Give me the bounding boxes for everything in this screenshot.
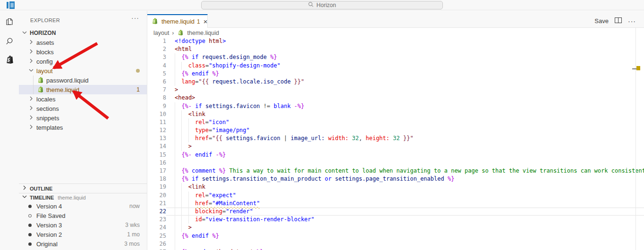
- code-line-7[interactable]: 7>: [147, 86, 644, 94]
- tree-item-templates[interactable]: templates: [19, 123, 147, 132]
- code-line-13[interactable]: 13href="{{ settings.favicon | image_url:…: [147, 134, 644, 142]
- code-line-14[interactable]: 14>: [147, 142, 644, 150]
- line-number: 4: [147, 62, 166, 70]
- code-token: {%: [181, 70, 188, 77]
- breadcrumb-folder[interactable]: layout: [153, 30, 169, 36]
- tab-theme-liquid[interactable]: theme.liquid 1 ×: [147, 14, 208, 28]
- code-line-content[interactable]: blocking="render": [166, 208, 644, 216]
- code-line-content[interactable]: {% comment %} This a way to wait for mai…: [166, 167, 644, 175]
- save-button[interactable]: Save: [594, 17, 609, 25]
- editor-more-actions[interactable]: ···: [628, 17, 636, 25]
- tree-item-blocks[interactable]: blocks: [19, 47, 147, 57]
- code-line-content[interactable]: {%- if settings.favicon != blank -%}: [166, 102, 644, 110]
- code-line-1[interactable]: 1<!doctype html>: [147, 37, 644, 45]
- search-sidebar-icon[interactable]: [5, 37, 14, 46]
- explorer-more-actions[interactable]: ···: [131, 14, 139, 22]
- code-line-24[interactable]: 24>: [147, 224, 644, 232]
- code-line-content[interactable]: {%- endif -%}: [166, 151, 644, 159]
- timeline-item-original[interactable]: Original3 mos: [19, 239, 147, 249]
- code-token: if: [188, 54, 202, 60]
- explorer-files-icon[interactable]: [5, 17, 14, 26]
- code-line-content[interactable]: >: [166, 142, 644, 150]
- code-line-10[interactable]: 10<link: [147, 110, 644, 118]
- split-editor-icon[interactable]: [615, 17, 622, 25]
- code-line-content[interactable]: type="image/png": [166, 126, 644, 134]
- code-line-content[interactable]: class="shopify-design-mode": [166, 62, 644, 70]
- code-line-27[interactable]: 27{% render 'head-tags' %}: [147, 248, 644, 250]
- code-line-content[interactable]: id="view-transition-render-blocker": [166, 216, 644, 224]
- code-line-content[interactable]: href="{{ settings.favicon | image_url: w…: [166, 134, 644, 142]
- code-line-9[interactable]: 9{%- if settings.favicon != blank -%}: [147, 102, 644, 110]
- code-line-4[interactable]: 4class="shopify-design-mode": [147, 62, 644, 70]
- code-token: "{{: [199, 78, 209, 85]
- code-line-content[interactable]: [166, 159, 644, 167]
- code-line-6[interactable]: 6lang="{{ request.locale.iso_code }}": [147, 78, 644, 86]
- timeline-panel-header[interactable]: TIMELINE theme.liquid: [19, 193, 147, 201]
- code-line-content[interactable]: <!doctype html>: [166, 37, 644, 45]
- code-line-content[interactable]: {% if settings.transition_to_main_produc…: [166, 175, 644, 183]
- code-line-content[interactable]: {% endif %}: [166, 70, 644, 78]
- code-line-content[interactable]: {% endif %}: [166, 232, 644, 240]
- code-line-26[interactable]: 26: [147, 240, 644, 248]
- code-line-12[interactable]: 12type="image/png": [147, 126, 644, 134]
- tree-item-password-liquid[interactable]: password.liquid: [19, 75, 147, 85]
- code-line-content[interactable]: <link: [166, 183, 644, 191]
- code-line-17[interactable]: 17{% comment %} This a way to wait for m…: [147, 167, 644, 175]
- breadcrumb-file[interactable]: theme.liquid: [187, 30, 219, 36]
- tree-item-theme-liquid[interactable]: theme.liquid1: [19, 85, 147, 94]
- timeline-item-file-saved[interactable]: File Saved: [19, 211, 147, 220]
- code-line-2[interactable]: 2<html: [147, 45, 644, 53]
- code-line-23[interactable]: 23id="view-transition-render-blocker": [147, 216, 644, 224]
- indent-guide: [188, 200, 195, 208]
- code-line-content[interactable]: {% if request.design_mode %}: [166, 53, 644, 61]
- code-line-21[interactable]: 21href="#MainContent": [147, 200, 644, 208]
- code-token: comment: [188, 167, 219, 174]
- shopify-icon[interactable]: [5, 55, 14, 64]
- code-line-20[interactable]: 20rel="expect": [147, 192, 644, 200]
- code-line-18[interactable]: 18{% if settings.transition_to_main_prod…: [147, 175, 644, 183]
- timeline-item-version-2[interactable]: Version 21 mo: [19, 230, 147, 239]
- code-line-3[interactable]: 3{% if request.design_mode %}: [147, 53, 644, 61]
- code-line-15[interactable]: 15{%- endif -%}: [147, 151, 644, 159]
- tab-close-icon[interactable]: ×: [203, 19, 208, 24]
- indent-guide: [175, 240, 181, 248]
- code-line-content[interactable]: <head>: [166, 94, 644, 102]
- code-line-25[interactable]: 25{% endif %}: [147, 232, 644, 240]
- indent-guide: [188, 216, 195, 224]
- code-token: %}: [212, 233, 219, 239]
- code-line-8[interactable]: 8<head>: [147, 94, 644, 102]
- tree-item-HORIZON[interactable]: HORIZON: [19, 28, 147, 38]
- timeline-item-version-4[interactable]: Version 4now: [19, 201, 147, 211]
- tree-item-locales[interactable]: locales: [19, 94, 147, 104]
- code-line-content[interactable]: <link: [166, 110, 644, 118]
- code-line-content[interactable]: [166, 240, 644, 248]
- tree-item-assets[interactable]: assets: [19, 38, 147, 47]
- tree-item-snippets[interactable]: snippets: [19, 113, 147, 123]
- editor-group: theme.liquid 1 × Save ··· layout › theme…: [147, 11, 644, 250]
- code-editor[interactable]: 1<!doctype html>2<html3{% if request.des…: [147, 37, 644, 250]
- chevron-down-icon: [27, 67, 35, 75]
- code-token: <!doctype: [175, 38, 205, 44]
- breadcrumb-separator: ›: [172, 30, 174, 36]
- timeline-item-version-3[interactable]: Version 33 wks: [19, 220, 147, 230]
- code-line-content[interactable]: rel="expect": [166, 192, 644, 200]
- code-line-content[interactable]: >: [166, 86, 644, 94]
- code-line-16[interactable]: 16: [147, 159, 644, 167]
- indent-guide: [175, 248, 181, 250]
- tree-item-sections[interactable]: sections: [19, 104, 147, 113]
- tree-item-config[interactable]: config: [19, 57, 147, 66]
- indent-guide: [175, 62, 181, 70]
- command-search-input[interactable]: Horizon: [201, 1, 443, 9]
- code-line-22[interactable]: 22blocking="render": [147, 208, 644, 216]
- outline-panel-header[interactable]: OUTLINE: [19, 183, 147, 193]
- code-line-content[interactable]: rel="icon": [166, 118, 644, 126]
- code-line-content[interactable]: <html: [166, 45, 644, 53]
- code-line-content[interactable]: {% render 'head-tags' %}: [166, 248, 644, 250]
- code-line-11[interactable]: 11rel="icon": [147, 118, 644, 126]
- code-line-5[interactable]: 5{% endif %}: [147, 70, 644, 78]
- code-line-19[interactable]: 19<link: [147, 183, 644, 191]
- code-line-content[interactable]: href="#MainContent": [166, 200, 644, 208]
- code-line-content[interactable]: >: [166, 224, 644, 232]
- code-line-content[interactable]: lang="{{ request.locale.iso_code }}": [166, 78, 644, 86]
- tree-item-layout[interactable]: layout: [19, 66, 147, 75]
